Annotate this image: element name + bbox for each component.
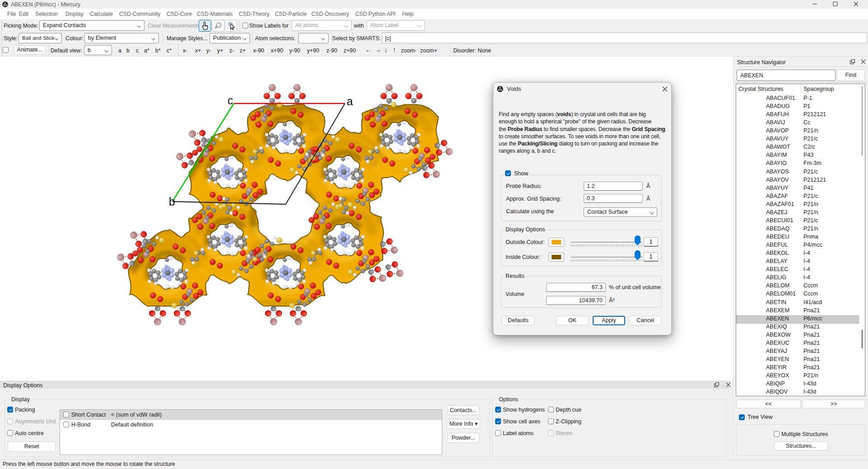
svg-text:a: a [347, 95, 353, 108]
svg-text:b: b [169, 195, 175, 208]
svg-text:c: c [227, 94, 233, 107]
